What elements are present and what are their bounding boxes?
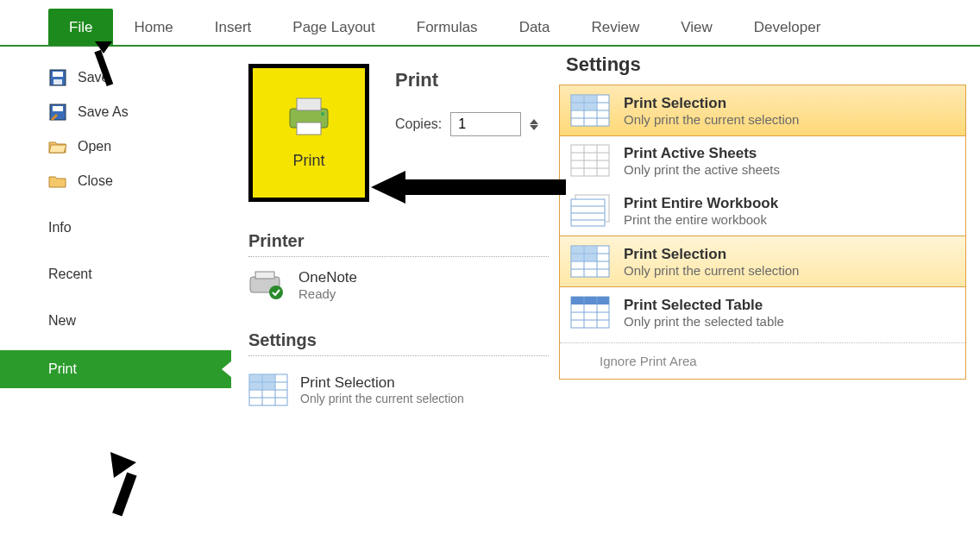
title: Print Selection [624, 246, 799, 263]
label: Open [78, 139, 111, 154]
label: Close [78, 173, 113, 189]
svg-rect-4 [53, 106, 63, 111]
tab-file[interactable]: File [48, 9, 113, 45]
label: New [48, 313, 76, 329]
option-title: Print Selection [300, 374, 464, 392]
option-print-selected-table[interactable]: Print Selected TableOnly print the selec… [560, 287, 965, 337]
settings-heading: Settings [566, 53, 966, 76]
tab-data[interactable]: Data [499, 9, 571, 45]
backstage-print[interactable]: Print [0, 350, 231, 388]
svg-rect-2 [53, 79, 62, 85]
option-print-active-sheets[interactable]: Print Active SheetsOnly print the active… [560, 135, 965, 185]
copies-label: Copies: [395, 116, 442, 132]
svg-rect-1 [53, 72, 63, 77]
printer-icon [285, 97, 333, 138]
grid-icon [570, 94, 610, 127]
annotation-arrow-print-menu [95, 452, 164, 521]
grid-icon [248, 374, 288, 406]
chevron-up-icon[interactable] [530, 119, 538, 124]
print-what-selector[interactable]: Print Selection Only print the current s… [248, 368, 549, 411]
printer-selector[interactable]: OneNote Ready [248, 269, 549, 301]
title: Print Selected Table [624, 297, 784, 314]
grid-icon [570, 245, 610, 278]
label: Save As [78, 104, 129, 120]
svg-rect-10 [255, 272, 274, 279]
label: Info [48, 220, 72, 235]
title: Print Selection [624, 95, 799, 112]
printer-heading: Printer [248, 231, 549, 251]
tab-review[interactable]: Review [571, 9, 661, 45]
grid-icon [570, 296, 610, 329]
printer-status: Ready [298, 286, 357, 301]
print-button-label: Print [292, 152, 324, 170]
printer-status-icon [248, 270, 286, 301]
annotation-arrow-file-tab [86, 41, 138, 93]
divider [248, 355, 549, 356]
backstage-open[interactable]: Open [48, 129, 231, 164]
label: Print [48, 361, 77, 377]
svg-rect-7 [297, 122, 321, 135]
option-sub: Only print the current selection [300, 392, 464, 405]
backstage-recent[interactable]: Recent [48, 257, 231, 292]
svg-marker-55 [110, 452, 136, 478]
svg-rect-51 [94, 50, 113, 86]
tab-developer[interactable]: Developer [733, 9, 842, 45]
svg-rect-52 [402, 179, 566, 195]
sub: Print the entire workbook [624, 212, 778, 227]
svg-rect-6 [297, 98, 321, 110]
svg-marker-53 [371, 171, 405, 204]
ribbon-tabs: File Home Insert Page Layout Formulas Da… [0, 0, 980, 47]
sub: Only print the current selection [624, 263, 799, 278]
backstage-info[interactable]: Info [48, 210, 231, 245]
title: Print Entire Workbook [624, 195, 778, 212]
print-what-options: Print SelectionOnly print the current se… [559, 85, 966, 380]
backstage-close[interactable]: Close [48, 164, 231, 198]
svg-point-8 [321, 112, 324, 116]
annotation-arrow-print-button [371, 166, 569, 209]
settings-dropdown-panel: Settings Print SelectionOnly print the c… [559, 47, 980, 540]
printer-name: OneNote [298, 269, 357, 286]
backstage-save[interactable]: Save [48, 60, 231, 95]
tab-formulas[interactable]: Formulas [396, 9, 499, 45]
tab-home[interactable]: Home [113, 9, 193, 45]
copies-input[interactable] [450, 112, 521, 136]
svg-rect-43 [571, 246, 597, 261]
tab-view[interactable]: View [660, 9, 733, 45]
sub: Only print the current selection [624, 112, 799, 127]
folder-open-icon [48, 137, 67, 156]
grid-icon [570, 144, 610, 177]
floppy-icon [48, 68, 67, 87]
divider [248, 256, 549, 257]
copies-spinner[interactable] [530, 119, 538, 130]
svg-rect-18 [249, 374, 275, 390]
option-print-selection[interactable]: Print SelectionOnly print the current se… [559, 85, 966, 136]
save-as-icon [48, 103, 67, 122]
option-print-entire-workbook[interactable]: Print Entire WorkbookPrint the entire wo… [560, 185, 965, 235]
option-ignore-print-area[interactable]: Ignore Print Area [560, 342, 965, 379]
backstage-save-as[interactable]: Save As [48, 95, 231, 129]
svg-rect-45 [571, 297, 609, 305]
grid-icon [570, 194, 610, 227]
sub: Only print the selected table [624, 314, 784, 329]
print-button[interactable]: Print [248, 64, 369, 202]
sub: Only print the active sheets [624, 162, 780, 177]
settings-heading-center: Settings [248, 330, 549, 350]
print-panel: Print Print Copies: Printer [231, 47, 559, 540]
title: Print Active Sheets [624, 145, 780, 162]
tab-insert[interactable]: Insert [194, 9, 273, 45]
tab-page-layout[interactable]: Page Layout [272, 9, 395, 45]
svg-point-11 [269, 286, 283, 299]
svg-rect-25 [571, 95, 597, 110]
label: Recent [48, 267, 92, 282]
option-print-selection-highlighted[interactable]: Print SelectionOnly print the current se… [559, 235, 966, 287]
print-heading: Print [395, 69, 538, 91]
chevron-down-icon[interactable] [530, 125, 538, 130]
backstage-new[interactable]: New [48, 304, 231, 338]
folder-close-icon [48, 172, 67, 191]
svg-rect-54 [112, 473, 136, 517]
